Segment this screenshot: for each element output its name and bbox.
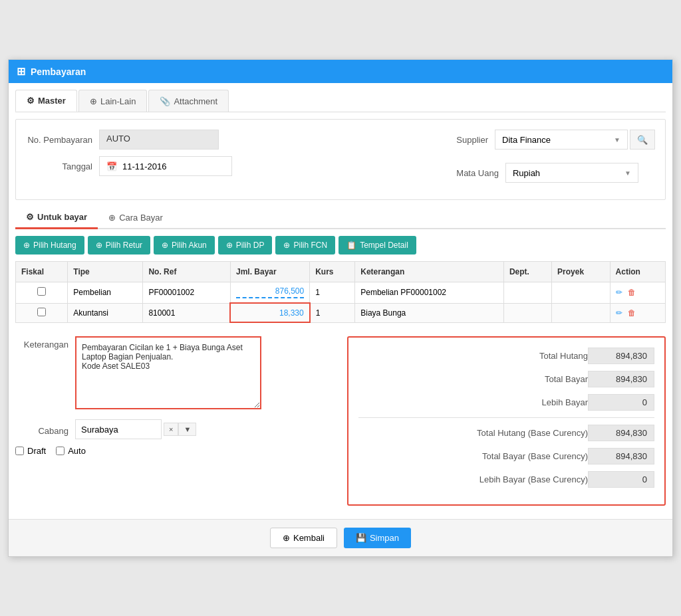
col-action: Action <box>610 262 665 282</box>
col-jml-bayar: Jml. Bayar <box>230 262 309 282</box>
table-row: Akuntansi 810001 18,330 1 Biaya Bunga ✏ … <box>16 303 666 322</box>
caret-icon-2: ▼ <box>624 169 631 177</box>
total-hutang-base-label: Total Hutang (Base Curency) <box>358 428 588 438</box>
draft-checkbox-item: Draft <box>15 446 46 456</box>
pilih-hutang-button[interactable]: ⊕ Pilih Hutang <box>15 236 84 255</box>
col-proyek: Proyek <box>552 262 611 282</box>
gear-icon-sub: ⚙ <box>26 212 34 222</box>
form-section: No. Pembayaran AUTO Tanggal 📅 11-11-2016… <box>15 119 666 200</box>
row1-checkbox[interactable] <box>37 287 46 296</box>
footer: ⊕ Kembali 💾 Simpan <box>9 519 672 556</box>
no-pembayaran-input[interactable]: AUTO <box>99 130 219 150</box>
col-fiskal: Fiskal <box>16 262 68 282</box>
col-no-ref: No. Ref <box>143 262 231 282</box>
tanggal-label: Tanggal <box>26 161 92 171</box>
tanggal-input[interactable]: 📅 11-11-2016 <box>99 156 232 176</box>
circle-icon-sub: ⊕ <box>108 213 116 223</box>
main-content: ⚙ Master ⊕ Lain-Lain 📎 Attachment No. Pe… <box>9 83 672 519</box>
mata-uang-row: Mata Uang Rupiah ▼ <box>456 163 655 183</box>
tempel-detail-button[interactable]: 📋 Tempel Detail <box>339 236 416 255</box>
lebih-bayar-base-label: Lebih Bayar (Base Curency) <box>358 474 588 484</box>
keterangan-textarea[interactable]: Pembayaran Cicilan ke 1 + Biaya Bunga As… <box>75 336 261 409</box>
supplier-search-button[interactable]: 🔍 <box>630 130 655 150</box>
lebih-bayar-base-value: 0 <box>588 471 654 488</box>
row2-tipe: Akuntansi <box>68 303 143 322</box>
row1-jml-bayar: 876,500 <box>230 282 309 304</box>
sub-tab-untuk-bayar[interactable]: ⚙ Untuk bayar <box>15 207 98 229</box>
row1-proyek <box>552 282 611 304</box>
auto-checkbox-item: Auto <box>56 446 86 456</box>
total-hutang-base-row: Total Hutang (Base Curency) 894,830 <box>358 425 654 441</box>
no-pembayaran-label: No. Pembayaran <box>26 135 92 145</box>
summary-divider <box>358 417 654 418</box>
draft-label: Draft <box>27 446 46 456</box>
kembali-button[interactable]: ⊕ Kembali <box>270 528 337 548</box>
cabang-select[interactable]: Surabaya <box>75 419 162 439</box>
col-dept: Dept. <box>503 262 551 282</box>
pilih-fcn-button[interactable]: ⊕ Pilih FCN <box>275 236 335 255</box>
row1-tipe: Pembelian <box>68 282 143 304</box>
keterangan-row: Keterangan Pembayaran Cicilan ke 1 + Bia… <box>15 336 334 409</box>
attachment-icon: 📎 <box>160 96 170 106</box>
auto-checkbox[interactable] <box>56 447 65 455</box>
total-hutang-base-value: 894,830 <box>588 425 654 441</box>
cabang-dropdown-button[interactable]: ▼ <box>178 423 196 436</box>
pilih-dp-icon: ⊕ <box>226 241 233 250</box>
total-bayar-base-label: Total Bayar (Base Curency) <box>358 451 588 461</box>
total-bayar-base-value: 894,830 <box>588 448 654 464</box>
left-bottom: Keterangan Pembayaran Cicilan ke 1 + Bia… <box>15 336 334 506</box>
row1-keterangan: Pembelian PF00001002 <box>355 282 504 304</box>
draft-checkbox[interactable] <box>15 447 24 455</box>
simpan-icon: 💾 <box>356 533 366 543</box>
tanggal-row: Tanggal 📅 11-11-2016 <box>26 156 232 176</box>
pilih-retur-button[interactable]: ⊕ Pilih Retur <box>88 236 150 255</box>
supplier-row: Supplier Dita Finance ▼ 🔍 <box>456 130 655 150</box>
row2-proyek <box>552 303 611 322</box>
row2-dept <box>503 303 551 322</box>
pilih-dp-button[interactable]: ⊕ Pilih DP <box>218 236 273 255</box>
row2-edit-icon[interactable]: ✏ <box>616 308 622 318</box>
pilih-akun-button[interactable]: ⊕ Pilih Akun <box>154 236 215 255</box>
supplier-select[interactable]: Dita Finance ▼ <box>495 130 628 150</box>
row2-no-ref: 810001 <box>143 303 231 322</box>
mata-uang-label: Mata Uang <box>456 168 499 178</box>
tab-lain-lain[interactable]: ⊕ Lain-Lain <box>78 90 148 112</box>
total-hutang-row: Total Hutang 894,830 <box>358 348 654 364</box>
simpan-button[interactable]: 💾 Simpan <box>344 528 411 548</box>
row1-edit-icon[interactable]: ✏ <box>616 288 622 297</box>
window-icon: ⊞ <box>17 65 25 78</box>
row1-dept <box>503 282 551 304</box>
table-row: Pembelian PF00001002 876,500 1 Pembelian… <box>16 282 666 304</box>
sub-tab-bar: ⚙ Untuk bayar ⊕ Cara Bayar <box>15 207 666 229</box>
mata-uang-select[interactable]: Rupiah ▼ <box>505 163 638 183</box>
total-hutang-value: 894,830 <box>588 348 654 364</box>
col-keterangan: Keterangan <box>355 262 504 282</box>
tab-attachment[interactable]: 📎 Attachment <box>148 90 229 112</box>
main-window: ⊞ Pembayaran ⚙ Master ⊕ Lain-Lain 📎 Atta… <box>8 59 673 557</box>
cabang-clear-button[interactable]: × <box>164 423 178 436</box>
total-bayar-base-row: Total Bayar (Base Curency) 894,830 <box>358 448 654 464</box>
lebih-bayar-row: Lebih Bayar 0 <box>358 394 654 411</box>
kembali-icon: ⊕ <box>283 533 290 543</box>
cabang-label: Cabang <box>15 423 68 436</box>
row1-no-ref: PF00001002 <box>143 282 231 304</box>
tab-master[interactable]: ⚙ Master <box>15 90 77 112</box>
col-kurs: Kurs <box>310 262 355 282</box>
action-buttons: ⊕ Pilih Hutang ⊕ Pilih Retur ⊕ Pilih Aku… <box>15 236 666 255</box>
main-tab-bar: ⚙ Master ⊕ Lain-Lain 📎 Attachment <box>15 90 666 112</box>
checkbox-row: Draft Auto <box>15 446 334 456</box>
row1-delete-icon[interactable]: 🗑 <box>628 288 636 297</box>
row2-delete-icon[interactable]: 🗑 <box>628 308 636 318</box>
title-bar: ⊞ Pembayaran <box>9 60 672 83</box>
sub-tab-cara-bayar[interactable]: ⊕ Cara Bayar <box>98 207 174 229</box>
row1-action: ✏ 🗑 <box>610 282 665 304</box>
row2-kurs: 1 <box>310 303 355 322</box>
row2-action: ✏ 🗑 <box>610 303 665 322</box>
caret-icon: ▼ <box>614 136 620 144</box>
bottom-section: Keterangan Pembayaran Cicilan ke 1 + Bia… <box>15 330 666 512</box>
row2-jml-bayar: 18,330 <box>230 303 309 322</box>
data-table: Fiskal Tipe No. Ref Jml. Bayar Kurs Kete… <box>15 261 666 323</box>
no-pembayaran-row: No. Pembayaran AUTO <box>26 130 232 150</box>
keterangan-label: Keterangan <box>15 336 68 350</box>
row2-checkbox[interactable] <box>37 308 46 316</box>
